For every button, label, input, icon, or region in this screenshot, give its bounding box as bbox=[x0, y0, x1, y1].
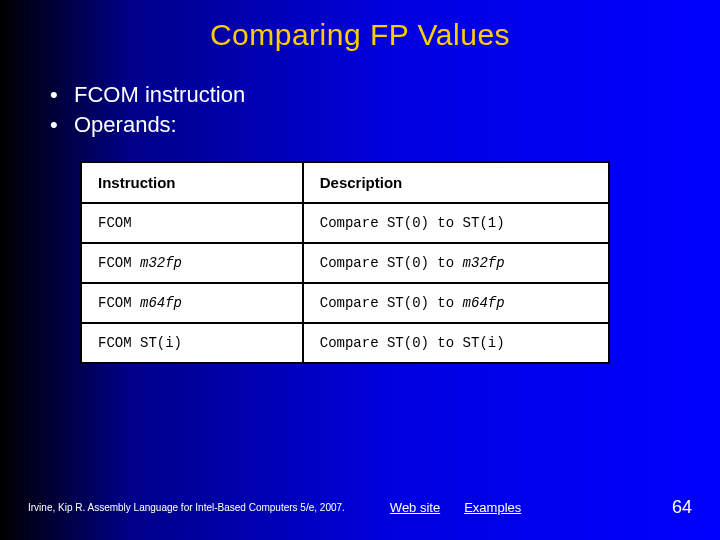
table-header-instruction: Instruction bbox=[81, 162, 303, 203]
table-row: FCOM ST(i) Compare ST(0) to ST(i) bbox=[81, 323, 609, 363]
cell-instruction: FCOM m32fp bbox=[81, 243, 303, 283]
footer: Irvine, Kip R. Assembly Language for Int… bbox=[0, 497, 720, 518]
cell-instruction: FCOM m64fp bbox=[81, 283, 303, 323]
cell-description: Compare ST(0) to ST(1) bbox=[303, 203, 609, 243]
table-row: FCOM m64fp Compare ST(0) to m64fp bbox=[81, 283, 609, 323]
table-row: FCOM Compare ST(0) to ST(1) bbox=[81, 203, 609, 243]
table-header-row: Instruction Description bbox=[81, 162, 609, 203]
page-title: Comparing FP Values bbox=[0, 0, 720, 52]
cell-description: Compare ST(0) to m32fp bbox=[303, 243, 609, 283]
citation: Irvine, Kip R. Assembly Language for Int… bbox=[28, 502, 345, 513]
fcom-table: Instruction Description FCOM Compare ST(… bbox=[80, 161, 610, 364]
page-number: 64 bbox=[672, 497, 692, 518]
cell-description: Compare ST(0) to ST(i) bbox=[303, 323, 609, 363]
cell-instruction: FCOM bbox=[81, 203, 303, 243]
bullet-list: FCOM instruction Operands: bbox=[50, 80, 720, 139]
bullet-item: Operands: bbox=[50, 110, 720, 140]
table-row: FCOM m32fp Compare ST(0) to m32fp bbox=[81, 243, 609, 283]
website-link[interactable]: Web site bbox=[390, 500, 440, 515]
table-header-description: Description bbox=[303, 162, 609, 203]
cell-instruction: FCOM ST(i) bbox=[81, 323, 303, 363]
cell-description: Compare ST(0) to m64fp bbox=[303, 283, 609, 323]
examples-link[interactable]: Examples bbox=[464, 500, 521, 515]
bullet-item: FCOM instruction bbox=[50, 80, 720, 110]
